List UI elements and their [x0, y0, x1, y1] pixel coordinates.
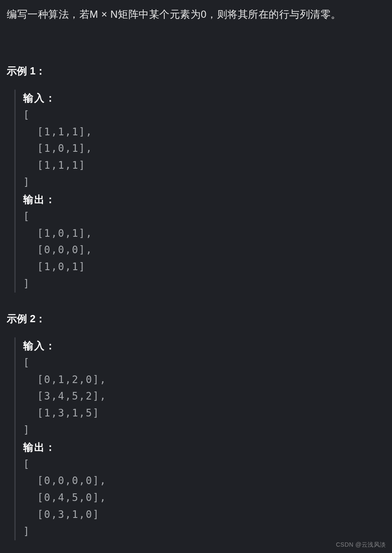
output-line: [1,0,1], [23, 225, 385, 242]
example-heading-1: 示例 1： [7, 64, 385, 78]
example-block-1: 输入： [ [1,1,1], [1,0,1], [1,1,1] ] 输出： [ … [14, 90, 385, 293]
output-label-2: 输出： [23, 439, 385, 456]
output-line: [0,3,1,0] [23, 506, 385, 523]
example-block-2: 输入： [ [0,1,2,0], [3,4,5,2], [1,3,1,5] ] … [14, 337, 385, 540]
input-line: [1,3,1,5] [23, 405, 385, 422]
input-line: [1,1,1], [23, 124, 385, 141]
output-line: [1,0,1] [23, 259, 385, 276]
output-line: [ [23, 208, 385, 225]
input-label-2: 输入： [23, 337, 385, 355]
input-line: [1,1,1] [23, 157, 385, 174]
input-line: ] [23, 174, 385, 191]
output-label-1: 输出： [23, 191, 385, 208]
input-line: [ [23, 355, 385, 372]
output-line: [0,0,0], [23, 242, 385, 259]
input-line: ] [23, 422, 385, 439]
input-label-1: 输入： [23, 90, 385, 107]
output-line: ] [23, 523, 385, 540]
input-line: [ [23, 107, 385, 124]
output-line: ] [23, 276, 385, 293]
output-line: [0,4,5,0], [23, 490, 385, 506]
input-line: [3,4,5,2], [23, 388, 385, 405]
output-line: [ [23, 456, 385, 473]
example-heading-2: 示例 2： [7, 312, 385, 326]
page-root: 编写一种算法，若M × N矩阵中某个元素为0，则将其所在的行与列清零。 示例 1… [0, 0, 392, 553]
input-line: [0,1,2,0], [23, 372, 385, 389]
problem-description: 编写一种算法，若M × N矩阵中某个元素为0，则将其所在的行与列清零。 [7, 7, 385, 22]
watermark-text: CSDN @云浅风淡 [336, 541, 386, 549]
input-line: [1,0,1], [23, 140, 385, 157]
output-line: [0,0,0,0], [23, 473, 385, 490]
